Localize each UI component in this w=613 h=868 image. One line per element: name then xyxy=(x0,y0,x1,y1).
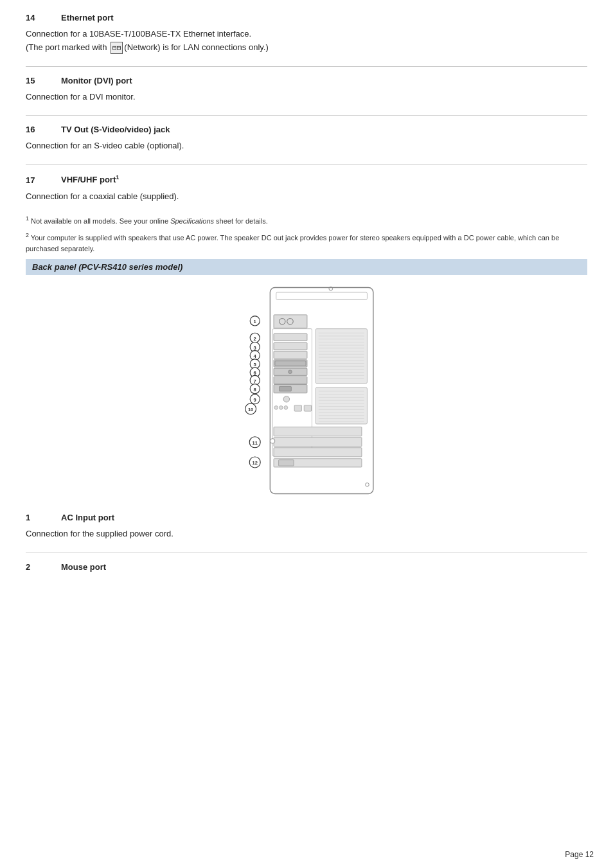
svg-text:10: 10 xyxy=(248,407,253,412)
svg-point-77 xyxy=(270,439,275,444)
svg-rect-74 xyxy=(274,448,362,457)
section-16-title: TV Out (S-Video/video) jack xyxy=(61,125,170,134)
svg-text:8: 8 xyxy=(254,387,256,393)
section-15-num: 15 xyxy=(26,76,61,85)
section-16-num: 16 xyxy=(26,125,61,134)
section-16-header: 16 TV Out (S-Video/video) jack xyxy=(26,125,587,134)
footnote-2-text: Your computer is supplied with speakers … xyxy=(26,234,559,252)
svg-rect-35 xyxy=(274,315,307,328)
section-2-header: 2 Mouse port xyxy=(26,562,587,572)
section-16-text: Connection for an S-video cable (optiona… xyxy=(26,141,184,150)
section-1-title: AC Input port xyxy=(61,513,114,522)
divider-1 xyxy=(26,553,587,553)
back-panel-diagram: 1 2 3 4 5 6 xyxy=(26,281,587,500)
section-17-sup: 1 xyxy=(116,174,119,181)
section-15-text: Connection for a DVI monitor. xyxy=(26,92,136,102)
divider-14 xyxy=(26,66,587,67)
svg-text:12: 12 xyxy=(253,460,258,466)
back-panel-banner: Back panel (PCV-RS410 series model) xyxy=(26,259,587,275)
svg-rect-40 xyxy=(274,333,307,341)
section-14-text2: (The port marked with ⊟⊟(Network) is for… xyxy=(26,42,269,52)
svg-rect-4 xyxy=(315,329,367,384)
svg-rect-50 xyxy=(275,361,306,366)
section-14-header: 14 Ethernet port xyxy=(26,13,587,22)
footnote-1-text: Not available on all models. See your on… xyxy=(29,217,268,225)
section-2: 2 Mouse port xyxy=(26,562,587,572)
section-17-header: 17 VHF/UHF port1 xyxy=(26,174,587,184)
svg-point-69 xyxy=(284,406,288,410)
back-panel-svg: 1 2 3 4 5 6 xyxy=(217,281,396,500)
svg-rect-46 xyxy=(274,351,307,359)
network-icon: ⊟⊟ xyxy=(111,42,123,55)
divider-15 xyxy=(26,115,587,116)
section-2-title: Mouse port xyxy=(61,562,106,572)
svg-point-54 xyxy=(289,370,292,374)
svg-rect-81 xyxy=(279,460,294,466)
section-17-num: 17 xyxy=(26,175,61,185)
section-15-title: Monitor (DVI) port xyxy=(61,76,132,85)
svg-text:2: 2 xyxy=(254,336,256,342)
section-15-body: Connection for a DVI monitor. xyxy=(26,91,587,104)
footnote-2: 2 Your computer is supplied with speaker… xyxy=(26,231,587,254)
section-15: 15 Monitor (DVI) port Connection for a D… xyxy=(26,76,587,104)
svg-rect-72 xyxy=(274,427,362,436)
svg-rect-57 xyxy=(274,376,307,384)
section-14-num: 14 xyxy=(26,13,61,22)
section-17: 17 VHF/UHF port1 Connection for a coaxia… xyxy=(26,174,587,203)
svg-point-68 xyxy=(280,406,283,410)
svg-rect-70 xyxy=(294,405,301,411)
svg-text:11: 11 xyxy=(253,440,258,446)
section-16: 16 TV Out (S-Video/video) jack Connectio… xyxy=(26,125,587,153)
svg-text:1: 1 xyxy=(254,319,256,324)
section-1-header: 1 AC Input port xyxy=(26,513,587,522)
svg-rect-61 xyxy=(280,387,292,392)
section-1: 1 AC Input port Connection for the suppl… xyxy=(26,513,587,541)
divider-16 xyxy=(26,164,587,165)
svg-text:7: 7 xyxy=(254,378,256,384)
section-14-body: Connection for a 10BASE-T/100BASE-TX Eth… xyxy=(26,28,587,55)
section-17-text: Connection for a coaxial cable (supplied… xyxy=(26,191,179,201)
section-1-num: 1 xyxy=(26,513,61,522)
svg-rect-73 xyxy=(274,438,362,447)
section-2-num: 2 xyxy=(26,562,61,572)
section-1-text: Connection for the supplied power cord. xyxy=(26,529,173,538)
page-number: Page 12 xyxy=(565,850,594,859)
svg-text:9: 9 xyxy=(254,397,256,403)
svg-text:5: 5 xyxy=(254,362,256,368)
section-14-title: Ethernet port xyxy=(61,13,114,22)
svg-rect-71 xyxy=(304,405,311,411)
section-15-header: 15 Monitor (DVI) port xyxy=(26,76,587,85)
section-17-body: Connection for a coaxial cable (supplied… xyxy=(26,190,587,204)
svg-rect-43 xyxy=(274,343,307,350)
section-1-body: Connection for the supplied power cord. xyxy=(26,527,587,541)
section-16-body: Connection for an S-video cable (optiona… xyxy=(26,139,587,153)
svg-point-67 xyxy=(274,406,278,410)
section-14-text: Connection for a 10BASE-T/100BASE-TX Eth… xyxy=(26,29,251,39)
svg-text:3: 3 xyxy=(254,345,256,351)
section-14: 14 Ethernet port Connection for a 10BASE… xyxy=(26,13,587,55)
svg-point-64 xyxy=(283,396,289,402)
footnote-1: 1 Not available on all models. See your … xyxy=(26,215,587,226)
section-17-title: VHF/UHF port1 xyxy=(61,174,119,184)
